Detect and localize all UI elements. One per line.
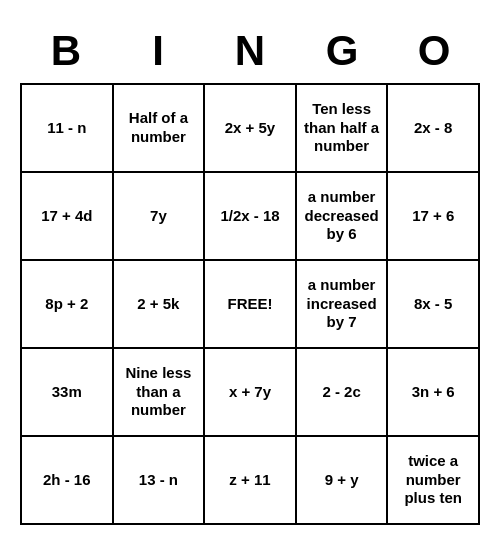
- bingo-header: BINGO: [20, 19, 480, 83]
- bingo-cell: 7y: [114, 173, 206, 261]
- bingo-cell: Ten less than half a number: [297, 85, 389, 173]
- bingo-cell: a number decreased by 6: [297, 173, 389, 261]
- bingo-cell: 8p + 2: [22, 261, 114, 349]
- header-letter: B: [20, 19, 112, 83]
- bingo-cell: 11 - n: [22, 85, 114, 173]
- bingo-cell: 33m: [22, 349, 114, 437]
- bingo-cell: FREE!: [205, 261, 297, 349]
- bingo-cell: x + 7y: [205, 349, 297, 437]
- bingo-cell: 2 + 5k: [114, 261, 206, 349]
- bingo-cell: Half of a number: [114, 85, 206, 173]
- bingo-cell: z + 11: [205, 437, 297, 525]
- bingo-cell: twice a number plus ten: [388, 437, 480, 525]
- bingo-cell: 2x + 5y: [205, 85, 297, 173]
- bingo-grid: 11 - nHalf of a number2x + 5yTen less th…: [20, 83, 480, 525]
- header-letter: G: [296, 19, 388, 83]
- bingo-cell: 2h - 16: [22, 437, 114, 525]
- bingo-cell: 17 + 4d: [22, 173, 114, 261]
- bingo-cell: 1/2x - 18: [205, 173, 297, 261]
- bingo-cell: 2 - 2c: [297, 349, 389, 437]
- bingo-cell: 3n + 6: [388, 349, 480, 437]
- bingo-cell: 2x - 8: [388, 85, 480, 173]
- bingo-cell: Nine less than a number: [114, 349, 206, 437]
- header-letter: I: [112, 19, 204, 83]
- bingo-cell: 9 + y: [297, 437, 389, 525]
- bingo-cell: 17 + 6: [388, 173, 480, 261]
- header-letter: N: [204, 19, 296, 83]
- bingo-cell: 13 - n: [114, 437, 206, 525]
- bingo-cell: 8x - 5: [388, 261, 480, 349]
- bingo-card: BINGO 11 - nHalf of a number2x + 5yTen l…: [10, 9, 490, 535]
- bingo-cell: a number increased by 7: [297, 261, 389, 349]
- header-letter: O: [388, 19, 480, 83]
